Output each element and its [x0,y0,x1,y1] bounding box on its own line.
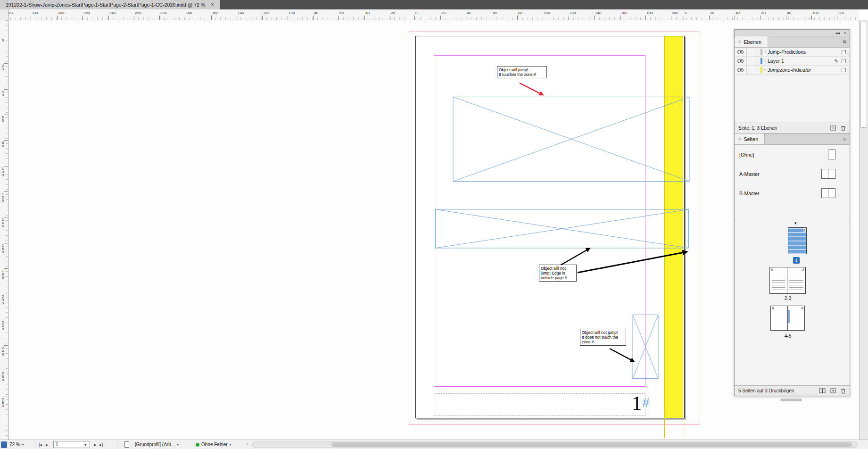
tab-seiten[interactable]: ◇ Seiten [735,133,765,144]
ruler-tick [4,140,8,141]
document-tab[interactable]: 191202-1-Show-Jump-Zones-StartPage-1-Sta… [0,0,220,9]
page-thumbnail-3[interactable]: A [787,267,806,294]
ruler-label: 100 [812,11,818,15]
zoom-dropdown-icon[interactable]: ▾ [22,442,24,447]
layer-name[interactable]: Jump-Predictions [768,49,806,55]
ruler-label: 120 [263,11,269,15]
ruler-tick [837,16,837,20]
ruler-tick [4,243,8,243]
ruler-label: 40 [467,11,471,15]
next-page-button[interactable]: ▸ [93,442,98,447]
visibility-toggle[interactable] [735,57,747,65]
ruler-label: 40 [736,11,740,15]
vertical-scrollbar-thumb[interactable] [860,22,867,128]
ruler-tick [4,166,8,166]
tab-ebenen[interactable]: ◇ Ebenen [735,36,768,47]
preflight-dropdown-icon[interactable]: ▾ [230,442,231,447]
layer-row-jump-predictions[interactable]: › Jump-Predictions [735,48,850,57]
dock-resize-grip[interactable] [780,399,802,401]
eye-icon [737,50,744,54]
layers-panel-menu-icon[interactable]: ≡ [843,38,846,45]
page-thumbnail-1[interactable]: A [788,227,807,254]
profile-dropdown-icon[interactable]: ▾ [177,442,179,447]
new-page-icon[interactable] [830,388,836,393]
preflight-profile-dropdown[interactable]: [Grundprofil] (Arb... ▾ [135,440,179,449]
end-of-story-marker: # [642,396,650,409]
ruler-label: 60 [761,11,766,15]
master-row-a-master[interactable]: A-Master [735,164,850,183]
visibility-toggle[interactable] [735,66,747,74]
lock-cell[interactable] [747,66,758,74]
lock-cell[interactable] [747,48,758,56]
zoom-value: 72 % [9,442,20,447]
layer-row-jumpzone-indicator[interactable]: › Jumpzone-Indicator [735,66,850,75]
ruler-label: 20 [441,11,446,15]
page-1-badge[interactable]: 1 [793,257,800,264]
visibility-toggle[interactable] [735,48,747,56]
ruler-tick [108,16,109,20]
ruler-origin-corner[interactable] [0,9,8,20]
layer-target-box[interactable] [842,50,846,54]
pages-panel-menu-icon[interactable]: ≡ [843,135,846,142]
expander-icon[interactable]: › [764,67,766,72]
page-number[interactable]: 1 # [632,392,650,414]
master-row-b-master[interactable]: B-Master [735,183,850,203]
close-dock-icon[interactable]: × [844,31,846,35]
ruler-label: 1 2 0 [0,192,6,202]
ruler-label: 300 [32,11,38,15]
master-spread-icon [821,169,835,179]
active-layer-pen-icon: ✎ [835,58,838,64]
previous-page-button[interactable]: ◂ [44,442,49,447]
canvas[interactable]: Object will jump!- It touches the zone.#… [8,20,859,440]
vertical-ruler[interactable]: 02 04 06 08 01 0 01 2 01 4 01 6 01 8 02 … [0,20,8,440]
lock-cell[interactable] [747,57,758,65]
horizontal-scrollbar-thumb[interactable] [331,442,852,447]
collapse-panels-icon[interactable]: ◂◂ [835,31,840,35]
expander-icon[interactable]: › [764,50,766,54]
horizontal-ruler[interactable]: 2030028026024022020018016014012010080604… [0,9,859,20]
page-nav-back: |◂ ◂ [38,440,48,449]
ruler-label: 220 [135,11,141,15]
ruler-label: 20 [8,11,13,15]
layer-name[interactable]: Layer 1 [768,58,784,64]
tab-close-icon[interactable]: × [211,2,214,8]
layers-panel-tabbar: ◇ Ebenen ≡ [735,36,850,48]
master-letter: A [770,268,773,271]
ruler-label: 160 [212,11,218,15]
callout-will-jump[interactable]: Object will jump!- It touches the zone.# [497,66,547,78]
layer-name[interactable]: Jumpzone-Indicator [768,67,811,73]
callout-no-jump-edge[interactable]: Object will not jump! Edge is outside pa… [539,265,577,282]
page-thumbnail-2[interactable]: A [769,267,787,294]
vertical-scrollbar[interactable] [859,20,868,440]
ruler-tick [440,16,441,20]
layer-target-box[interactable] [842,59,846,63]
page-number-text-frame[interactable] [434,393,645,416]
preflight-status-text: Ohne Fehler [201,442,228,447]
ruler-label: 4 0 [0,90,6,97]
delete-layer-trash-icon[interactable] [841,125,846,131]
page-thumbnail-5[interactable]: B [787,306,805,331]
layer-row-layer-1[interactable]: › Layer 1 ✎ [735,57,850,66]
new-layer-icon[interactable] [830,125,836,131]
ruler-tick [543,16,543,20]
layer-target-box[interactable] [842,68,846,72]
page-field-dropdown-icon[interactable]: ▾ [84,443,86,447]
pages-panel-tabbar: ◇ Seiten ≡ [735,133,850,145]
expander-icon[interactable]: › [764,58,766,63]
edit-spread-icon[interactable] [819,388,826,393]
ruler-tick [364,16,365,20]
last-page-button[interactable]: ▸| [99,442,104,447]
delete-page-trash-icon[interactable] [841,388,846,394]
ruler-label: 2 4 0 [0,346,6,356]
callout-no-jump-zone[interactable]: Object will not jump! It does not touch … [580,329,626,346]
horizontal-scrollbar[interactable] [252,441,858,448]
zoom-control[interactable]: 72 % ▾ [9,440,24,449]
pages-panel-status: 5 Seiten auf 3 Druckbögen [735,385,850,396]
master-row-ohne[interactable]: [Ohne] [735,145,850,164]
scroll-left-arrow[interactable]: ‹ [246,442,249,447]
first-page-button[interactable]: |◂ [38,442,43,447]
preflight-status[interactable]: Ohne Fehler ▾ [196,440,231,449]
page-thumbnail-4[interactable]: B [770,306,788,331]
master-page-icon [828,150,835,159]
jumpzone-indicator-rect[interactable] [664,36,683,418]
